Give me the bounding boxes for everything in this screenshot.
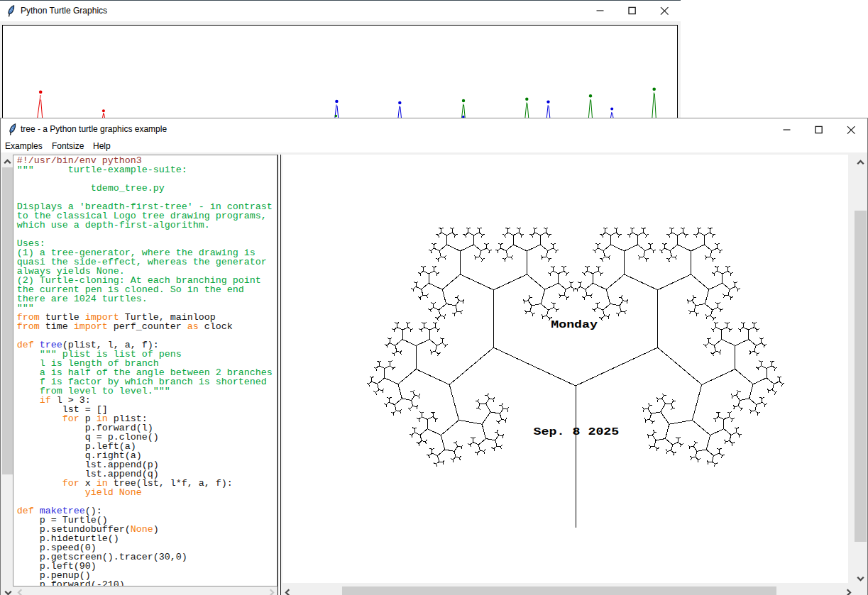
svg-text:Monday: Monday [551, 318, 598, 330]
svg-text:Sep. 8 2025: Sep. 8 2025 [534, 426, 620, 438]
